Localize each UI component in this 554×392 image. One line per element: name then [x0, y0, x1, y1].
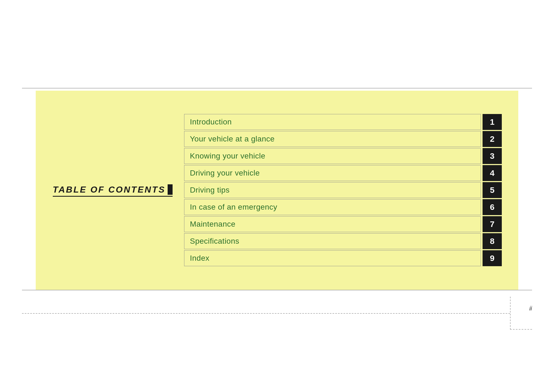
bottom-divider [22, 290, 532, 290]
footer-dashed-line [22, 313, 510, 314]
toc-title-marker [168, 184, 173, 195]
toc-entry-2[interactable]: Your vehicle at a glance 2 [184, 131, 502, 147]
top-divider [22, 88, 532, 88]
toc-entry-label-7: Maintenance [184, 216, 481, 232]
toc-entries-list: Introduction 1 Your vehicle at a glance … [179, 103, 518, 278]
toc-entry-3[interactable]: Knowing your vehicle 3 [184, 148, 502, 164]
page-container: TABLE OF CONTENTS Introduction 1 Your ve… [0, 0, 554, 392]
toc-entry-label-4: Driving your vehicle [184, 165, 481, 181]
toc-entry-label-8: Specifications [184, 233, 481, 249]
page-number: ii [529, 305, 532, 312]
toc-entry-8[interactable]: Specifications 8 [184, 233, 502, 249]
toc-title-text: TABLE OF CONTENTS [53, 185, 166, 195]
toc-entry-number-6: 6 [483, 199, 502, 215]
toc-entry-label-1: Introduction [184, 114, 481, 130]
toc-entry-9[interactable]: Index 9 [184, 250, 502, 266]
toc-entry-number-1: 1 [483, 114, 502, 130]
toc-entry-label-5: Driving tips [184, 182, 481, 198]
toc-entry-number-5: 5 [483, 182, 502, 198]
toc-entry-label-9: Index [184, 250, 481, 266]
toc-entry-label-3: Knowing your vehicle [184, 148, 481, 164]
toc-entry-label-6: In case of an emergency [184, 199, 481, 215]
toc-title: TABLE OF CONTENTS [53, 184, 173, 197]
toc-entry-number-3: 3 [483, 148, 502, 164]
toc-label-area: TABLE OF CONTENTS [36, 184, 179, 197]
toc-entry-4[interactable]: Driving your vehicle 4 [184, 165, 502, 181]
toc-entry-6[interactable]: In case of an emergency 6 [184, 199, 502, 215]
toc-entry-7[interactable]: Maintenance 7 [184, 216, 502, 232]
toc-entry-number-2: 2 [483, 131, 502, 147]
toc-entry-number-9: 9 [483, 250, 502, 266]
toc-entry-number-7: 7 [483, 216, 502, 232]
toc-entry-number-8: 8 [483, 233, 502, 249]
toc-entry-5[interactable]: Driving tips 5 [184, 182, 502, 198]
footer-right-border [510, 297, 532, 330]
toc-entry-label-2: Your vehicle at a glance [184, 131, 481, 147]
footer: ii [22, 297, 532, 352]
yellow-content-area: TABLE OF CONTENTS Introduction 1 Your ve… [36, 91, 518, 290]
toc-entry-number-4: 4 [483, 165, 502, 181]
toc-entry-1[interactable]: Introduction 1 [184, 114, 502, 130]
